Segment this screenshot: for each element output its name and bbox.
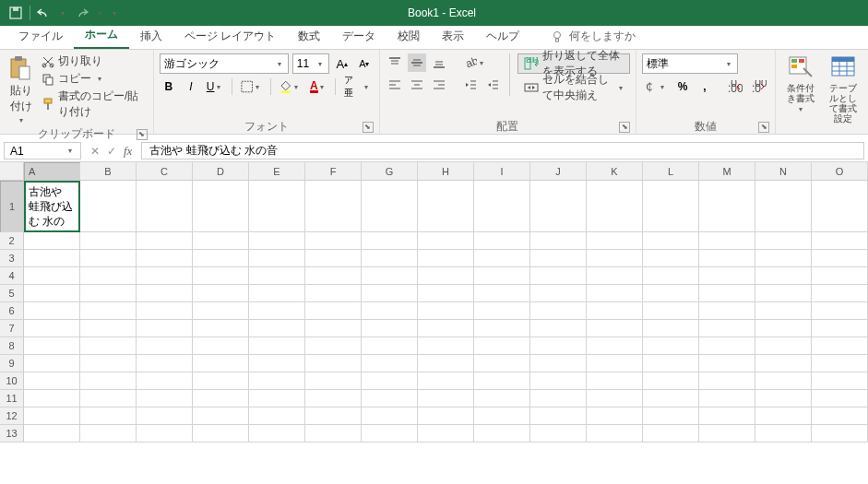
cell-N11[interactable] (755, 390, 812, 407)
cell-O3[interactable] (812, 250, 868, 267)
cell-J2[interactable] (530, 232, 587, 250)
cell-O2[interactable] (812, 232, 868, 250)
row-header-2[interactable]: 2 (0, 232, 24, 250)
align-top-icon[interactable] (386, 53, 404, 72)
column-header-G[interactable]: G (362, 162, 418, 181)
cell-N1[interactable] (755, 181, 812, 232)
cell-F5[interactable] (305, 285, 362, 302)
cell-C2[interactable] (137, 232, 193, 250)
cell-B6[interactable] (80, 302, 137, 320)
cell-G11[interactable] (362, 390, 418, 407)
number-dialog-launcher[interactable]: ⬊ (758, 122, 769, 133)
align-bottom-icon[interactable] (430, 53, 448, 72)
cell-C7[interactable] (137, 320, 193, 337)
fx-icon[interactable]: fx (124, 144, 132, 159)
cell-B7[interactable] (80, 320, 137, 337)
cell-J5[interactable] (530, 285, 587, 302)
cell-O8[interactable] (812, 337, 868, 355)
cell-K5[interactable] (587, 285, 643, 302)
cell-H1[interactable] (418, 181, 474, 232)
cell-B3[interactable] (80, 250, 137, 267)
cell-G8[interactable] (362, 337, 418, 355)
cell-F10[interactable] (305, 372, 362, 390)
cell-F2[interactable] (305, 232, 362, 250)
cell-F8[interactable] (305, 337, 362, 355)
cell-G13[interactable] (362, 425, 418, 443)
row-header-10[interactable]: 10 (0, 372, 24, 390)
cell-K13[interactable] (587, 425, 643, 443)
cell-O9[interactable] (812, 355, 868, 372)
row-header-5[interactable]: 5 (0, 285, 24, 302)
cell-G10[interactable] (362, 372, 418, 390)
cell-L4[interactable] (643, 267, 699, 285)
cell-F1[interactable] (305, 181, 362, 232)
cell-M8[interactable] (699, 337, 755, 355)
cell-K1[interactable] (587, 181, 643, 232)
cell-H2[interactable] (418, 232, 474, 250)
decrease-decimal-icon[interactable]: .00.0 (749, 77, 769, 96)
cell-N10[interactable] (755, 372, 812, 390)
cell-K12[interactable] (587, 407, 643, 425)
font-color-button[interactable]: A▾ (307, 77, 329, 96)
cell-I10[interactable] (474, 372, 530, 390)
cell-D13[interactable] (193, 425, 249, 443)
bold-button[interactable]: B (160, 77, 178, 96)
cell-C8[interactable] (137, 337, 193, 355)
cell-D12[interactable] (193, 407, 249, 425)
cell-M10[interactable] (699, 372, 755, 390)
cell-E4[interactable] (249, 267, 305, 285)
cell-F9[interactable] (305, 355, 362, 372)
column-header-I[interactable]: I (474, 162, 530, 181)
increase-decimal-icon[interactable]: .0.00 (725, 77, 745, 96)
cell-F13[interactable] (305, 425, 362, 443)
redo-icon[interactable] (73, 5, 89, 21)
cell-N3[interactable] (755, 250, 812, 267)
merge-center-button[interactable]: セルを結合して中央揃え▾ (517, 77, 631, 98)
cell-E10[interactable] (249, 372, 305, 390)
cell-A13[interactable] (24, 425, 80, 443)
cell-E3[interactable] (249, 250, 305, 267)
conditional-formatting-button[interactable]: 条件付き書式▾ (781, 53, 820, 115)
cell-K2[interactable] (587, 232, 643, 250)
column-header-A[interactable]: A (24, 162, 80, 181)
undo-dropdown[interactable]: ▾ (58, 9, 67, 18)
cell-N13[interactable] (755, 425, 812, 443)
decrease-font-icon[interactable]: A▾ (355, 54, 374, 73)
cell-C1[interactable] (137, 181, 193, 232)
cell-J6[interactable] (530, 302, 587, 320)
cell-D11[interactable] (193, 390, 249, 407)
cell-I3[interactable] (474, 250, 530, 267)
tab-file[interactable]: ファイル (7, 24, 74, 49)
cell-D1[interactable] (193, 181, 249, 232)
cell-D9[interactable] (193, 355, 249, 372)
cell-I7[interactable] (474, 320, 530, 337)
cell-H11[interactable] (418, 390, 474, 407)
tab-help[interactable]: ヘルプ (475, 24, 530, 49)
cell-K6[interactable] (587, 302, 643, 320)
cell-G1[interactable] (362, 181, 418, 232)
cell-F12[interactable] (305, 407, 362, 425)
cell-C9[interactable] (137, 355, 193, 372)
align-right-icon[interactable] (430, 76, 448, 94)
cell-E6[interactable] (249, 302, 305, 320)
cell-A10[interactable] (24, 372, 80, 390)
tab-view[interactable]: 表示 (431, 24, 475, 49)
underline-button[interactable]: U▾ (204, 77, 226, 96)
cell-L2[interactable] (643, 232, 699, 250)
cell-L10[interactable] (643, 372, 699, 390)
cell-G12[interactable] (362, 407, 418, 425)
cell-B4[interactable] (80, 267, 137, 285)
cell-N4[interactable] (755, 267, 812, 285)
cell-O6[interactable] (812, 302, 868, 320)
cell-N5[interactable] (755, 285, 812, 302)
cell-M2[interactable] (699, 232, 755, 250)
cell-I12[interactable] (474, 407, 530, 425)
cell-I11[interactable] (474, 390, 530, 407)
cell-K11[interactable] (587, 390, 643, 407)
cell-O7[interactable] (812, 320, 868, 337)
cell-M9[interactable] (699, 355, 755, 372)
paste-button[interactable]: 貼り付け ▾ (6, 53, 38, 126)
cell-B1[interactable] (80, 181, 137, 232)
cell-H9[interactable] (418, 355, 474, 372)
cell-I13[interactable] (474, 425, 530, 443)
